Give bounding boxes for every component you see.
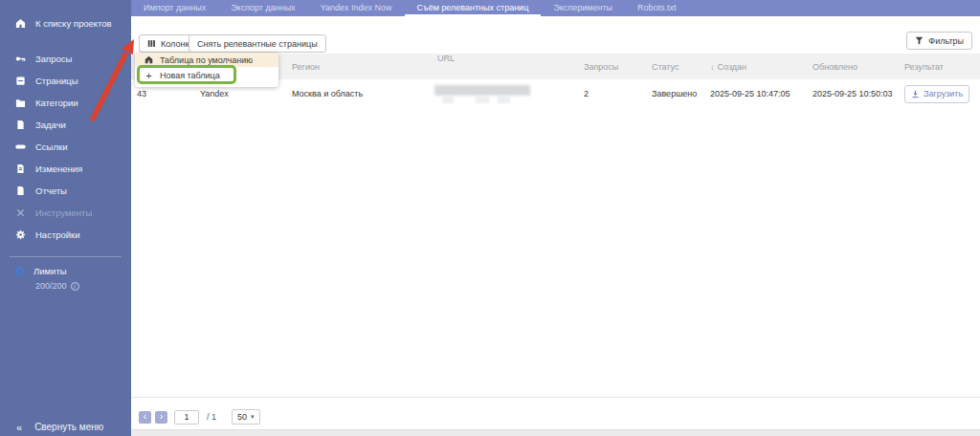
sidebar-item-pages[interactable]: Страницы — [0, 70, 131, 92]
chevron-down-icon: ▾ — [251, 413, 255, 421]
filters-button[interactable]: Фильтры — [906, 32, 972, 50]
cell-status: Завершено — [649, 89, 708, 98]
header-cell-updated[interactable]: Обновлено — [811, 62, 902, 72]
limits-value-row: 200/200 i — [0, 281, 131, 291]
sidebar-item-settings[interactable]: Настройки — [0, 224, 131, 246]
cell-created: 2025-09-25 10:47:05 — [708, 89, 811, 98]
tab-relevant-pages[interactable]: Съём релевантных страниц — [405, 0, 542, 16]
tab-export[interactable]: Экспорт данных — [218, 0, 307, 16]
tab-yandex-index-now[interactable]: Yandex Index Now — [308, 0, 405, 16]
sidebar-nav: Запросы Страницы Категории Задачи — [0, 48, 131, 246]
header-cell-result[interactable]: Результат — [902, 62, 980, 72]
sidebar-item-reports[interactable]: Отчеты — [0, 180, 131, 202]
blur-fragment — [442, 96, 454, 103]
blur-fragment — [476, 96, 489, 103]
filter-icon — [915, 36, 924, 45]
reports-icon — [14, 185, 26, 197]
sidebar-item-label: Отчеты — [35, 185, 67, 196]
header-cell-status[interactable]: Статус — [649, 62, 708, 72]
menu-item-new-table[interactable]: + Новая таблица — [135, 67, 278, 84]
tasks-icon — [14, 120, 26, 131]
limits-label: Лимиты — [33, 266, 67, 276]
download-button-label: Загрузить — [924, 89, 963, 98]
page-number-input[interactable] — [174, 410, 199, 425]
links-icon — [14, 142, 26, 153]
app: К списку проектов Запросы Страницы Катег… — [0, 0, 980, 436]
header-created-label: Создан — [718, 62, 747, 72]
menu-item-label: Таблица по умолчанию — [160, 55, 253, 65]
collapse-label: Свернуть меню — [34, 422, 103, 432]
changes-icon — [14, 164, 26, 175]
collapse-menu-button[interactable]: « Свернуть меню — [0, 418, 131, 436]
sidebar-item-label: Изменения — [35, 164, 82, 174]
cell-url-redacted — [434, 79, 581, 108]
unpin-relevant-pages-button[interactable]: Снять релевантные страницы — [189, 34, 326, 53]
page-count-label: / 1 — [207, 412, 216, 422]
sidebar-item-label: Настройки — [35, 229, 80, 240]
menu-item-label: Новая таблица — [160, 71, 220, 80]
prev-page-button[interactable]: ‹ — [139, 411, 151, 424]
sidebar-item-tools[interactable]: Инструменты — [0, 202, 131, 224]
key-icon — [14, 54, 26, 65]
sidebar-item-label: Запросы — [35, 54, 72, 64]
columns-icon — [147, 39, 156, 48]
cell-id: 43 — [131, 89, 189, 98]
tab-import[interactable]: Импорт данных — [131, 0, 218, 16]
sidebar: К списку проектов Запросы Страницы Катег… — [0, 0, 131, 436]
cell-result: Загрузить — [902, 85, 980, 103]
settings-icon — [14, 229, 26, 241]
pagination: ‹ › / 1 50 ▾ — [139, 409, 260, 425]
sidebar-item-queries[interactable]: Запросы — [0, 48, 131, 70]
limits-value: 200/200 — [35, 281, 67, 291]
home-icon — [14, 17, 26, 29]
limits-row[interactable]: Лимиты — [0, 266, 131, 276]
tab-experiments[interactable]: Эксперименты — [541, 0, 625, 16]
next-page-button[interactable]: › — [155, 411, 167, 424]
page-size-value: 50 — [237, 412, 247, 422]
download-button[interactable]: Загрузить — [904, 85, 969, 103]
collapse-chevrons-icon: « — [16, 422, 22, 433]
blurred-url — [434, 85, 530, 96]
sort-desc-icon: ↓ — [710, 62, 715, 72]
header-cell-url[interactable]: URL — [434, 54, 581, 79]
page-size-select[interactable]: 50 ▾ — [232, 409, 260, 425]
menu-item-default-table[interactable]: Таблица по умолчанию — [135, 53, 278, 67]
header-cell-queries[interactable]: Запросы — [581, 62, 649, 72]
cell-updated: 2025-09-25 10:50:03 — [811, 89, 902, 98]
bottom-strip — [131, 430, 980, 436]
blur-fragment — [498, 96, 510, 103]
cell-region: Москва и область — [289, 89, 434, 98]
main-content: Импорт данных Экспорт данных Yandex Inde… — [131, 0, 980, 436]
sidebar-item-changes[interactable]: Изменения — [0, 158, 131, 180]
header-cell-region[interactable]: Регион — [289, 62, 434, 72]
columns-dropdown-menu: Таблица по умолчанию + Новая таблица — [135, 53, 278, 87]
filters-button-label: Фильтры — [928, 36, 964, 46]
sidebar-item-categories[interactable]: Категории — [0, 92, 131, 114]
tab-robots-txt[interactable]: Robots.txt — [625, 0, 689, 16]
tabbar: Импорт данных Экспорт данных Yandex Inde… — [131, 0, 980, 16]
cell-search-engine: Yandex — [189, 89, 289, 98]
sidebar-item-tasks[interactable]: Задачи — [0, 114, 131, 136]
plus-icon: + — [145, 70, 153, 81]
home-icon — [145, 55, 153, 64]
sidebar-item-label: Ссылки — [35, 142, 67, 152]
cell-queries: 2 — [581, 89, 649, 98]
pages-icon — [14, 76, 26, 87]
download-icon — [911, 90, 920, 98]
sidebar-item-links[interactable]: Ссылки — [0, 136, 131, 158]
folder-icon — [14, 98, 26, 109]
sidebar-divider — [10, 256, 122, 257]
limits-block: Лимиты 200/200 i — [0, 266, 131, 291]
back-to-projects-label: К списку проектов — [35, 18, 112, 29]
table-footer: ‹ › / 1 50 ▾ — [131, 397, 980, 430]
limits-ring-icon — [15, 267, 24, 275]
toolbar: Колонки Снять релевантные страницы Фильт… — [131, 16, 980, 54]
tools-icon — [14, 207, 26, 219]
info-icon[interactable]: i — [71, 282, 79, 291]
unpin-button-label: Снять релевантные страницы — [197, 39, 318, 49]
sidebar-item-label: Страницы — [35, 76, 78, 86]
sidebar-item-label: Инструменты — [35, 207, 92, 218]
header-cell-created[interactable]: ↓ Создан — [708, 62, 811, 72]
back-to-projects-link[interactable]: К списку проектов — [0, 0, 131, 29]
sidebar-item-label: Задачи — [35, 120, 66, 130]
